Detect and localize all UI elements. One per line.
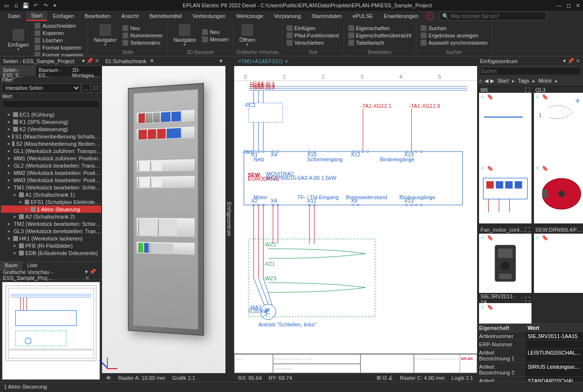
tab-datei[interactable]: Datei <box>3 12 25 20</box>
doc3d-close-icon[interactable]: ✕ <box>150 58 154 64</box>
ribbon-btn-tabellarisch[interactable]: Tabellarisch <box>347 39 413 46</box>
close-panel-icon[interactable]: ✕ <box>95 58 99 64</box>
preview-viewport[interactable] <box>2 282 100 380</box>
ribbon-btn-neu[interactable]: Neu <box>201 29 230 35</box>
insert-center-search[interactable] <box>479 67 581 75</box>
cabinet-model[interactable] <box>128 83 204 336</box>
ribbon-btn-eigenschaften[interactable]: Eigenschaften <box>347 25 413 32</box>
card-expand-icon[interactable]: ⛶ <box>525 227 530 233</box>
tree-node[interactable]: ▸EC1 (Kühlung) <box>1 111 101 118</box>
doc3d-tab[interactable]: S1:Schaltschrank ✕ ▾ <box>102 56 225 66</box>
tree-node[interactable]: ▸S2 (Maschinenbedienung Bedien… <box>1 140 101 147</box>
ic-pin-icon[interactable]: ▾ 📌 <box>563 58 574 64</box>
preview-close-icon[interactable]: ✕ <box>85 275 89 281</box>
ribbon-btn-suchen[interactable]: Suchen <box>419 25 489 32</box>
snap-icon[interactable]: ⊞ ⊡ ∡ <box>377 375 393 381</box>
save-icon[interactable]: 💾 <box>22 2 29 9</box>
ribbon-btn-neu[interactable]: Neu <box>121 25 164 32</box>
minimize-icon[interactable]: — <box>556 2 562 9</box>
insert-center-tab-collapsed[interactable]: Einfügezentrum <box>225 56 234 382</box>
ribbon-btn-messen[interactable]: Messen <box>201 36 230 43</box>
ribbon-btn-öffnen[interactable]: Öffnen▾ <box>237 22 258 49</box>
prop-row[interactable]: Artikel: Bezeichnung 3STANDARDSCHALTVER… <box>477 377 583 382</box>
ribbon-btn-pfad-funktionstext[interactable]: Pfad-Funktionstext <box>285 32 341 39</box>
insert-card[interactable]: CABDL⛶☆🔖 <box>479 156 532 224</box>
insert-card[interactable]: Fan_motor_cont…⛶☆🔖 <box>479 225 532 293</box>
ribbon-btn-einfügen[interactable]: Einfügen <box>285 25 341 32</box>
tab-vorplanung[interactable]: Vorplanung <box>269 12 306 20</box>
tree-node[interactable]: ▸K2 (Ventilsteuerung) <box>1 125 101 133</box>
doc3d-menu-icon[interactable]: ▾ <box>220 58 223 64</box>
insert-card[interactable]: SH⛶☆🔖 <box>533 156 583 224</box>
tree-node[interactable]: ▸K1 (SPS-Steuerung) <box>1 118 101 125</box>
pages-tree[interactable]: ▸EC1 (Kühlung)▸K1 (SPS-Steuerung)▸K2 (Ve… <box>0 110 102 261</box>
ic-close-icon[interactable]: ✕ <box>576 58 580 64</box>
tree-node[interactable]: ▸A2 (Schaltschrank 2) <box>1 213 101 220</box>
filter-more-button[interactable]: … <box>82 84 90 93</box>
schematic-viewport[interactable]: 012345 =GAA-2L1=GAA-2L2=GAA-2L3 -FC1 -TA… <box>234 66 477 373</box>
tree-node[interactable]: ▸GL2 (Werkstück bearbeiten: Trans… <box>1 162 101 169</box>
tab-einfuegen[interactable]: Einfügen <box>48 12 79 20</box>
pin-icon[interactable]: ▾ 📌 <box>82 58 93 64</box>
ribbon-btn-auswahl-synchronisieren[interactable]: Auswahl synchronisieren <box>419 39 489 46</box>
prop-row[interactable]: ArtikelnummerSIE.3RV2011-1AA15 <box>477 332 583 341</box>
preview-pin-icon[interactable]: ▾ 📌 <box>85 269 96 274</box>
ribbon-btn-format-kopieren[interactable]: Format kopieren <box>33 44 85 51</box>
subtab-seiten[interactable]: Seiten - ESS_S… <box>0 66 36 76</box>
insert-card[interactable]: M6⛶☆🔖 <box>479 86 532 154</box>
ribbon-btn-navigator[interactable]: Navigator▾ <box>91 22 120 49</box>
ribbon-btn-löschen[interactable]: Löschen <box>33 37 85 44</box>
crumb-tags[interactable]: Tags <box>516 78 531 84</box>
fwd-icon[interactable]: ▶ <box>490 78 494 84</box>
tell-me-search[interactable]: 🔍 <box>440 12 547 20</box>
ribbon-btn-einfügen[interactable]: Einfügen▾ <box>5 22 32 58</box>
open-icon[interactable]: ⎙ <box>13 2 19 9</box>
tab-ansicht[interactable]: Ansicht <box>117 12 144 20</box>
tree-node[interactable]: ▸A1 (Schaltschrank 1) <box>1 191 101 198</box>
insert-card[interactable]: SEW.DRN90L4/F…⛶☆🔖 <box>533 225 583 293</box>
insert-card[interactable]: QL3⛶☆🔖1④ <box>533 86 583 154</box>
tree-node[interactable]: ▸PFB (RI-Fließbilder) <box>1 242 101 249</box>
tree-node[interactable]: ▸1 Aktor-Steuerung <box>1 205 101 213</box>
redo-icon[interactable]: ↷ <box>42 2 49 9</box>
tree-node[interactable]: ▸TM2 (Werkstück bearbeiten: Schle… <box>1 220 101 227</box>
ribbon-btn-verschieben[interactable]: Verschieben <box>285 39 341 46</box>
prop-row[interactable]: ERP-Nummer <box>477 341 583 349</box>
tab-werkzeuge[interactable]: Werkzeuge <box>231 12 268 20</box>
tab-betriebsmittel[interactable]: Betriebsmittel <box>145 12 187 20</box>
ribbon-btn-kopieren[interactable]: Kopieren <box>33 30 85 36</box>
tab-start[interactable]: Start <box>26 11 47 21</box>
subtab-3dmontage[interactable]: 3D-Montagea… <box>69 66 102 76</box>
tree-node[interactable]: ▸S1 (Maschinenbedienung Schalts… <box>1 133 101 140</box>
insert-card[interactable]: SIE.3RV2011-1A…⛶☆🔖 <box>479 295 532 324</box>
tree-node[interactable]: ▸GL3 (Werkstück bereitstellen: Tran… <box>1 227 101 235</box>
new-icon[interactable]: ▭ <box>3 2 10 9</box>
tell-me-input[interactable] <box>451 14 538 19</box>
viewport-3d[interactable] <box>102 66 225 373</box>
back-icon[interactable]: ◀ <box>484 78 488 84</box>
ribbon-btn-seitenmakro[interactable]: Seitenmakro <box>121 39 164 46</box>
filter-toggle-button[interactable]: ☐ <box>91 84 100 93</box>
eye-icon[interactable]: 👁 <box>106 375 111 381</box>
tab-epulse[interactable]: ePULSE <box>348 12 378 20</box>
wert-input[interactable] <box>2 100 100 108</box>
crumb-motor[interactable]: Motor <box>537 78 553 84</box>
schematic-tab[interactable]: =TM1+A1&EFS1/1 ✕ <box>234 57 292 65</box>
undo-icon[interactable]: ↶ <box>32 2 39 9</box>
tab-verbindungen[interactable]: Verbindungen <box>188 12 230 20</box>
tree-node[interactable]: ▸MM2 (Werkstück bearbeiten: Posit… <box>1 169 101 176</box>
ribbon-btn-eigenschaftenübersicht[interactable]: Eigenschaftenübersicht <box>347 32 413 39</box>
prop-row[interactable]: Artikel: Bezeichnung 2SIRIUS Leistungssc… <box>477 363 583 377</box>
tree-node[interactable]: ▸MM1 (Werkstück zuführen: Position… <box>1 154 101 162</box>
tree-node[interactable]: ▸TM1 (Werkstück bearbeiten: Schle… <box>1 184 101 191</box>
card-expand-icon[interactable]: ⛶ <box>525 296 530 302</box>
tab-bearbeiten[interactable]: Bearbeiten <box>80 12 115 20</box>
tree-node[interactable]: ▸MM3 (Werkstück bearbeiten: Posit… <box>1 176 101 184</box>
filter-select[interactable]: Interaktive Seiten <box>2 84 81 93</box>
subtab-bauraum[interactable]: Bauraum - ES… <box>36 66 69 76</box>
card-expand-icon[interactable]: ⛶ <box>525 87 530 93</box>
ribbon-btn-ergebnisse-anzeigen[interactable]: Ergebnisse anzeigen <box>419 32 489 39</box>
qat-more-icon[interactable]: ▾ <box>51 2 58 9</box>
close-icon[interactable]: ✕ <box>576 2 580 9</box>
tree-node[interactable]: ▸GL1 (Werkstück zuführen: Transpo… <box>1 147 101 154</box>
